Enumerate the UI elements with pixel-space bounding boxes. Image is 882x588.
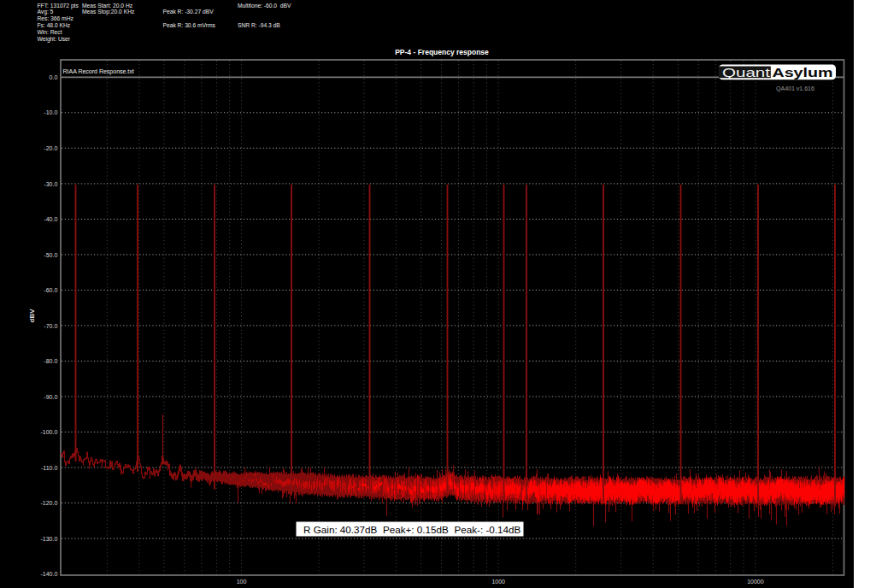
svg-text:-20.0: -20.0 [44, 145, 57, 151]
svg-text:SNR R: -94.3 dB: SNR R: -94.3 dB [238, 22, 280, 28]
svg-text:Avg: 5: Avg: 5 [38, 9, 54, 15]
svg-text:-70.0: -70.0 [44, 323, 57, 329]
svg-text:-110.0: -110.0 [41, 465, 57, 471]
svg-text:-120.0: -120.0 [40, 500, 57, 506]
svg-text:1000: 1000 [491, 579, 505, 585]
svg-text:Asylum: Asylum [773, 66, 833, 79]
svg-text:-50.0: -50.0 [44, 252, 57, 258]
svg-text:-40.0: -40.0 [44, 216, 57, 222]
svg-text:Weight: User: Weight: User [38, 36, 71, 43]
svg-text:Meas Stop:20.0 KHz: Meas Stop:20.0 KHz [82, 9, 135, 15]
svg-text:-10.0: -10.0 [44, 109, 57, 115]
svg-text:Quant: Quant [722, 66, 770, 79]
svg-text:-90.0: -90.0 [44, 394, 57, 400]
svg-text:Win: Rect: Win: Rect [38, 29, 62, 35]
svg-text:-60.0: -60.0 [44, 287, 57, 293]
svg-text:-140.0: -140.0 [40, 571, 57, 577]
svg-text:Multitone: -60.0 dBV: Multitone: -60.0 dBV [238, 3, 291, 9]
svg-text:QA401 v1.616: QA401 v1.616 [776, 85, 814, 92]
svg-text:-30.0: -30.0 [44, 181, 57, 187]
svg-text:Peak R: 30.6 mVrms: Peak R: 30.6 mVrms [163, 22, 216, 28]
svg-text:-80.0: -80.0 [44, 358, 57, 364]
svg-text:0.0: 0.0 [50, 74, 58, 80]
svg-text:Res: 366 mHz: Res: 366 mHz [38, 15, 74, 21]
svg-text:100: 100 [237, 579, 247, 585]
svg-text:Fs: 48.0 KHz: Fs: 48.0 KHz [38, 22, 71, 28]
svg-text:dBV: dBV [28, 309, 36, 323]
svg-text:RIAA Record Response.txt: RIAA Record Response.txt [63, 68, 134, 75]
svg-text:-100.0: -100.0 [40, 429, 57, 435]
svg-text:Peak R: -30.27 dBV: Peak R: -30.27 dBV [163, 9, 215, 15]
svg-text:10000: 10000 [747, 579, 764, 585]
svg-text:R Gain: 40.37dB Peak+: 0.15dB: R Gain: 40.37dB Peak+: 0.15dB Peak-: -0.… [303, 524, 521, 535]
svg-text:FFT: 131072 pts: FFT: 131072 pts [38, 3, 79, 9]
svg-text:Meas Start: 20.0 Hz: Meas Start: 20.0 Hz [82, 3, 133, 9]
svg-text:PP-4 - Frequency response: PP-4 - Frequency response [395, 48, 489, 56]
svg-text:-130.0: -130.0 [40, 536, 57, 542]
